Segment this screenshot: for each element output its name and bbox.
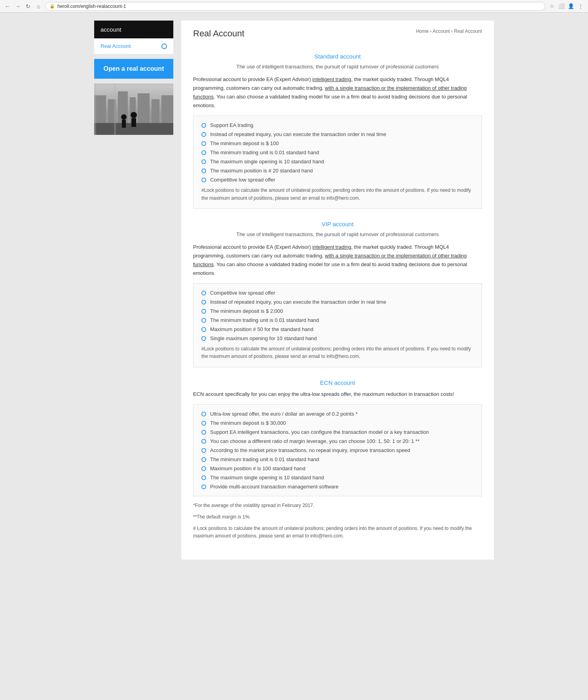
feature-dot-icon — [201, 484, 206, 489]
feature-dot-icon — [201, 141, 206, 146]
feature-text: The minimum trading unit is 0.01 standar… — [210, 317, 319, 323]
feature-item: According to the market price transactio… — [201, 447, 474, 453]
standard-features-box: Support EA trading Instead of repeated i… — [193, 115, 482, 208]
ecn-extra-note-2: # Lock positions to calculate the amount… — [193, 525, 482, 540]
back-button[interactable]: ← — [4, 3, 11, 10]
feature-dot-icon — [201, 150, 206, 155]
feature-item: Support EA trading — [201, 122, 474, 128]
vip-lock-note: #Lock positions to calculate the amount … — [201, 345, 474, 360]
sidebar-title: account — [94, 21, 173, 38]
feature-text: The minimum trading unit is 0.01 standar… — [210, 456, 319, 462]
profile-icon[interactable]: 👤 — [567, 3, 575, 10]
feature-dot-icon — [201, 327, 206, 332]
feature-dot-icon — [201, 309, 206, 314]
feature-dot-icon — [201, 132, 206, 137]
feature-item: The maximum single opening is 10 standar… — [201, 475, 474, 481]
feature-dot-icon — [201, 430, 206, 435]
standard-section-desc: Professional account to provide EA (Expe… — [193, 75, 482, 110]
feature-item: Single maximum opening for 10 standard h… — [201, 335, 474, 341]
home-button[interactable]: ⌂ — [35, 3, 42, 10]
sidebar: account Real Account Open a real account — [94, 21, 173, 560]
feature-text: The maximum single opening is 10 standar… — [210, 159, 324, 165]
feature-item: The maximum single opening is 10 standar… — [201, 159, 474, 165]
ecn-extra-note-0: *For the average of the volatility sprea… — [193, 502, 482, 509]
feature-item: Instead of repeated inquiry, you can exe… — [201, 299, 474, 305]
browser-bar: ← → ↻ ⌂ 🔒 heroll.com/english-realaccount… — [0, 0, 588, 13]
feature-dot-icon — [201, 448, 206, 453]
breadcrumb-home[interactable]: Home — [416, 28, 429, 34]
vip-account-section: VIP account The use of intelligent trans… — [193, 221, 482, 367]
page-wrapper: account Real Account Open a real account… — [94, 13, 494, 568]
ecn-section-desc: ECN account specifically for you can enj… — [193, 390, 482, 399]
feature-dot-icon — [201, 336, 206, 341]
nav-dot-icon — [161, 44, 167, 49]
feature-dot-icon — [201, 159, 206, 164]
feature-item: Competitive low spread offer — [201, 290, 474, 296]
feature-text: The maximum single opening is 10 standar… — [210, 475, 324, 481]
lock-icon: 🔒 — [49, 4, 55, 9]
feature-dot-icon — [201, 168, 206, 173]
feature-dot-icon — [201, 457, 206, 462]
breadcrumb-sep2: › — [451, 28, 453, 34]
feature-text: Support EA trading — [210, 122, 253, 128]
feature-item: Provide multi-account transaction manage… — [201, 484, 474, 490]
standard-section-subtitle: The use of intelligent transactions, the… — [193, 64, 482, 70]
feature-item: The minimum trading unit is 0.01 standar… — [201, 456, 474, 462]
sidebar-item-real-account[interactable]: Real Account — [94, 38, 173, 54]
browser-icons: ☆ ⬜ 👤 ⋮ — [548, 3, 584, 10]
feature-dot-icon — [201, 123, 206, 128]
feature-item: Maximum position # 50 for the standard h… — [201, 326, 474, 332]
feature-text: The minimum deposit is $ 30,000 — [210, 420, 286, 426]
breadcrumb: Home › Account › Real Account — [416, 28, 482, 34]
feature-dot-icon — [201, 475, 206, 480]
feature-text: The minimum deposit is $ 100 — [210, 140, 279, 146]
feature-item: The minimum deposit is $ 100 — [201, 140, 474, 146]
reload-button[interactable]: ↻ — [25, 3, 32, 10]
feature-text: Competitive low spread offer — [210, 177, 275, 183]
feature-item: Competitive low spread offer — [201, 177, 474, 183]
breadcrumb-account[interactable]: Account — [432, 28, 450, 34]
bookmark-icon[interactable]: ☆ — [548, 3, 556, 10]
vip-section-desc: Professional account to provide EA (Expe… — [193, 243, 482, 278]
menu-icon[interactable]: ⋮ — [577, 3, 584, 10]
feature-item: Maximum position # is 100 standard hand — [201, 465, 474, 471]
ecn-features-box: Ultra-low spread offer, the euro / dolla… — [193, 404, 482, 496]
main-content: Real Account Home › Account › Real Accou… — [181, 21, 494, 560]
feature-dot-icon — [201, 291, 206, 295]
feature-item: The minimum deposit is $ 2,000 — [201, 308, 474, 314]
sidebar-image — [94, 83, 173, 135]
feature-text: You can choose a different ratio of marg… — [210, 438, 419, 444]
feature-dot-icon — [201, 421, 206, 426]
feature-item: Support EA intelligent transactions, you… — [201, 429, 474, 435]
feature-text: Instead of repeated inquiry, you can exe… — [210, 299, 386, 305]
extensions-icon[interactable]: ⬜ — [558, 3, 565, 10]
sidebar-item-label: Real Account — [101, 43, 131, 49]
feature-item: Instead of repeated inquiry, you can exe… — [201, 131, 474, 137]
breadcrumb-sep1: › — [430, 28, 432, 34]
feature-dot-icon — [201, 466, 206, 471]
standard-section-title: Standard account — [193, 53, 482, 60]
forward-button[interactable]: → — [14, 3, 21, 10]
feature-item: The maximum position is # 20 standard ha… — [201, 168, 474, 174]
url-text: heroll.com/english-realaccount-1 — [57, 4, 126, 9]
ecn-extra-note-1: **The default margin is 1%. — [193, 513, 482, 521]
sidebar-image-canvas — [94, 83, 173, 135]
feature-text: The minimum trading unit is 0.01 standar… — [210, 149, 319, 155]
feature-text: Maximum position # 50 for the standard h… — [210, 326, 313, 332]
feature-text: Support EA intelligent transactions, you… — [210, 429, 429, 435]
feature-dot-icon — [201, 178, 206, 182]
feature-dot-icon — [201, 318, 206, 323]
feature-text: Competitive low spread offer — [210, 290, 275, 296]
breadcrumb-current: Real Account — [454, 28, 482, 34]
feature-dot-icon — [201, 412, 206, 416]
feature-text: Provide multi-account transaction manage… — [210, 484, 338, 490]
vip-section-title: VIP account — [193, 221, 482, 227]
feature-text: The minimum deposit is $ 2,000 — [210, 308, 283, 314]
feature-text: Instead of repeated inquiry, you can exe… — [210, 131, 386, 137]
address-bar[interactable]: 🔒 heroll.com/english-realaccount-1 — [45, 2, 545, 11]
feature-text: Ultra-low spread offer, the euro / dolla… — [210, 411, 358, 417]
feature-text: The maximum position is # 20 standard ha… — [210, 168, 313, 174]
open-account-button[interactable]: Open a real account — [94, 59, 173, 79]
feature-dot-icon — [201, 300, 206, 305]
feature-text: According to the market price transactio… — [210, 447, 410, 453]
